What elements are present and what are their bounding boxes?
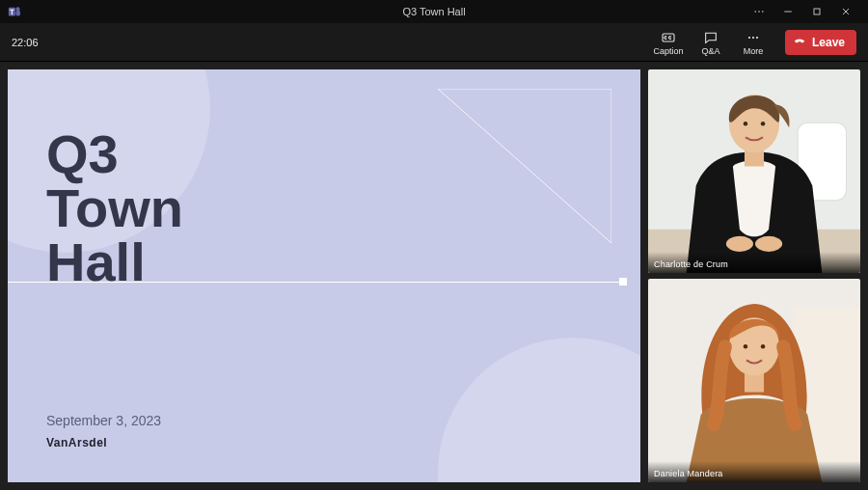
svg-point-24: [726, 236, 753, 252]
caption-icon: [661, 29, 676, 46]
svg-point-4: [758, 11, 760, 13]
slide-heading: Q3 Town Hall: [46, 127, 183, 289]
slide-date: September 3, 2023: [46, 413, 161, 428]
participant-name: Daniela Mandera: [648, 461, 860, 482]
title-bar: Q3 Town Hall: [0, 0, 868, 23]
participant-name: Charlotte de Crum: [648, 252, 860, 273]
svg-point-30: [744, 344, 747, 348]
window-controls: [745, 0, 860, 23]
hang-up-icon: [793, 34, 806, 50]
qa-button[interactable]: Q&A: [694, 26, 727, 59]
leave-button[interactable]: Leave: [785, 30, 856, 55]
caption-button[interactable]: Caption: [652, 26, 685, 59]
svg-point-12: [752, 36, 754, 38]
meeting-timer: 22:06: [12, 37, 39, 48]
window-minimize-button[interactable]: [773, 0, 802, 23]
svg-point-5: [762, 11, 764, 13]
teams-app-icon: [8, 5, 21, 18]
slide-decor-triangle: [438, 89, 611, 243]
shared-content: Q3 Town Hall September 3, 2023 VanArsdel: [8, 69, 640, 482]
slide-heading-line2: Town: [46, 181, 183, 235]
svg-rect-2: [15, 11, 20, 16]
leave-label: Leave: [812, 36, 845, 49]
ellipsis-icon: [746, 29, 761, 46]
more-label: More: [744, 46, 764, 56]
more-button[interactable]: More: [737, 26, 770, 59]
slide-heading-line1: Q3: [46, 127, 183, 181]
slide-decor-circle-bottom: [438, 338, 640, 482]
svg-point-23: [761, 122, 765, 125]
svg-line-16: [438, 89, 611, 243]
window-maximize-button[interactable]: [802, 0, 831, 23]
chat-bubble-icon: [703, 29, 719, 46]
svg-point-3: [754, 11, 756, 13]
svg-rect-7: [814, 9, 820, 14]
window-title: Q3 Town Hall: [0, 6, 868, 17]
qa-label: Q&A: [701, 46, 719, 56]
svg-point-25: [755, 236, 782, 252]
svg-point-31: [761, 344, 765, 348]
caption-label: Caption: [653, 46, 683, 56]
window-close-button[interactable]: [831, 0, 860, 23]
participants-column: Charlotte de Crum: [648, 69, 860, 482]
participant-tile[interactable]: Charlotte de Crum: [648, 69, 860, 273]
window-overflow-icon[interactable]: [745, 0, 773, 23]
svg-point-11: [748, 36, 750, 38]
svg-point-22: [744, 122, 747, 125]
avatar: [648, 69, 860, 273]
participant-tile[interactable]: Daniela Mandera: [648, 279, 860, 482]
presentation-slide: Q3 Town Hall September 3, 2023 VanArsdel: [8, 69, 640, 482]
avatar: [648, 279, 860, 482]
slide-heading-line3: Hall: [46, 235, 183, 289]
svg-point-13: [756, 36, 758, 38]
slide-brand: VanArsdel: [46, 436, 107, 449]
meeting-stage: Q3 Town Hall September 3, 2023 VanArsdel: [0, 62, 868, 490]
slide-decor-square: [619, 278, 627, 286]
meeting-toolbar: 22:06 Caption Q&A More Leave: [0, 23, 868, 62]
